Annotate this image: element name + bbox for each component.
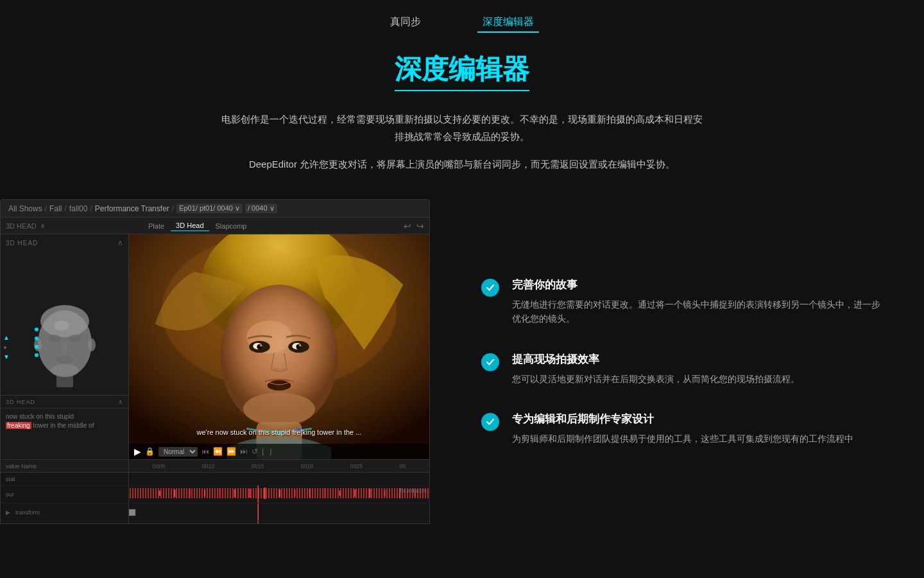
head-panel: 3D HEAD ∧ ▲ ● ▼ xyxy=(1,234,129,459)
script-highlight-word: freaking xyxy=(6,422,31,429)
script-label: 3D HEAD xyxy=(6,399,35,405)
svg-point-27 xyxy=(260,344,262,346)
svg-point-29 xyxy=(272,368,278,372)
feature-title-3: 专为编辑和后期制作专家设计 xyxy=(512,412,853,426)
arrow-up-icon[interactable]: ▲ xyxy=(3,334,10,341)
timeline-value-name: value Name xyxy=(1,460,129,472)
timeline-row-waveform: our foundation xyxy=(1,486,429,504)
lock-icon[interactable]: 🔒 xyxy=(145,447,155,456)
svg-point-11 xyxy=(35,337,38,340)
nav-item-deep-editor[interactable]: 深度编辑器 xyxy=(477,13,539,33)
timeline-tracks: stat our foundation xyxy=(1,473,429,523)
svg-rect-62 xyxy=(129,509,135,516)
frame-back-icon[interactable]: ⏮ xyxy=(201,447,209,456)
sep4: / xyxy=(172,204,174,213)
arrow-down-icon[interactable]: ▼ xyxy=(3,353,10,360)
arrow-mid-icon[interactable]: ● xyxy=(3,344,10,351)
svg-point-28 xyxy=(299,344,301,346)
checkmark-icon-3 xyxy=(486,417,495,426)
breadcrumb: All Shows / Fall / fall00 / Performance … xyxy=(1,200,429,218)
svg-rect-53 xyxy=(339,491,341,496)
breadcrumb-shot-dropdown[interactable]: / 0040 ∨ xyxy=(245,204,277,213)
svg-point-14 xyxy=(35,328,38,331)
svg-point-3 xyxy=(69,335,81,342)
panel-chevron-icon[interactable]: ∧ xyxy=(40,222,45,229)
title-section: 深度编辑器 电影创作是一个迭代过程，经常需要现场重新拍摄以支持必要的更改。不幸的… xyxy=(0,39,924,186)
feature-item-1: 完善你的故事 无缝地进行您需要的对话更改。通过将一个镜头中捕捉到的表演转移到另一… xyxy=(481,277,886,326)
toolbar-left: 3D HEAD ∧ xyxy=(6,222,134,230)
mark-in-icon[interactable]: ⌊ xyxy=(262,447,265,456)
svg-rect-46 xyxy=(234,489,235,497)
svg-rect-56 xyxy=(384,490,386,496)
undo-icon[interactable]: ↩ xyxy=(404,221,411,231)
tab-group: Plate 3D Head Slapcomp xyxy=(143,220,252,231)
breadcrumb-performance-transfer[interactable]: Performance Transfer xyxy=(95,204,169,213)
feature-icon-3 xyxy=(481,413,499,431)
timeline-ruler: 0005 0010 0015 0020 0025 00 xyxy=(129,460,429,472)
svg-rect-41 xyxy=(159,491,160,496)
panel-label: 3D HEAD xyxy=(6,222,37,230)
breadcrumb-ep-dropdown[interactable]: Ep01/ pt01/ 0040 ∨ xyxy=(176,204,243,213)
tab-3d-head[interactable]: 3D Head xyxy=(171,220,209,231)
editor-panel: All Shows / Fall / fall00 / Performance … xyxy=(0,199,430,524)
feature-text-3: 专为编辑和后期制作专家设计 为剪辑师和后期制作团队提供易于使用的工具，这些工具可… xyxy=(512,412,853,446)
svg-point-10 xyxy=(54,320,69,331)
loop-icon[interactable]: ↺ xyxy=(252,447,258,456)
timeline-header: value Name 0005 0010 0015 0020 0025 00 xyxy=(1,460,429,473)
features-panel: 完善你的故事 无缝地进行您需要的对话更改。通过将一个镜头中捕捉到的表演转移到另一… xyxy=(430,199,924,524)
timeline-row-transform: ▶ transform xyxy=(1,504,429,521)
waveform-svg xyxy=(129,486,429,503)
svg-point-5 xyxy=(56,356,74,363)
our-label: our xyxy=(6,491,14,498)
mode-select[interactable]: Normal xyxy=(158,447,198,457)
script-expand-icon[interactable]: ∧ xyxy=(118,398,123,405)
svg-rect-51 xyxy=(309,489,311,498)
tab-plate[interactable]: Plate xyxy=(143,220,169,231)
foundation-label: foundation xyxy=(400,487,427,494)
timeline-row-interpolation: Interpolation xyxy=(1,521,429,523)
feature-icon-2 xyxy=(481,353,499,371)
tab-slapcomp[interactable]: Slapcomp xyxy=(210,220,252,231)
sep3: / xyxy=(90,204,92,213)
svg-point-8 xyxy=(88,338,96,351)
video-subtitle: we're now stuck on this stupid fre|king … xyxy=(129,428,429,436)
ruler-mark-1: 0005 xyxy=(152,463,165,469)
step-end-icon[interactable]: ⏭ xyxy=(240,447,248,456)
stat-label: stat xyxy=(1,473,129,485)
step-forward-icon[interactable]: ⏩ xyxy=(227,447,236,456)
interpolation-svg xyxy=(129,521,429,523)
stat-content xyxy=(129,473,429,485)
svg-point-12 xyxy=(35,345,38,349)
transform-svg xyxy=(129,504,429,521)
sep1: / xyxy=(45,204,47,213)
breadcrumb-fall[interactable]: Fall xyxy=(49,204,62,213)
subtitle-1: 电影创作是一个迭代过程，经常需要现场重新拍摄以支持必要的更改。不幸的是，现场重新… xyxy=(218,110,706,145)
feature-item-2: 提高现场拍摄效率 您可以灵活地更新对话并在后期交换表演，从而简化您的现场拍摄流程… xyxy=(481,352,886,386)
svg-rect-4 xyxy=(62,342,67,354)
step-back-icon[interactable]: ⏪ xyxy=(213,447,223,456)
ruler-mark-4: 0020 xyxy=(300,463,313,469)
ruler-mark-3: 0015 xyxy=(251,463,264,469)
transform-label-text: transform xyxy=(15,509,40,516)
sep2: / xyxy=(64,204,66,213)
play-button[interactable]: ▶ xyxy=(134,446,141,457)
ruler-mark-2: 0010 xyxy=(201,463,214,469)
redo-icon[interactable]: ↪ xyxy=(416,221,424,231)
svg-rect-52 xyxy=(324,488,325,498)
svg-rect-54 xyxy=(354,489,355,497)
mark-out-icon[interactable]: ⌋ xyxy=(269,447,272,456)
nav-item-true-sync[interactable]: 真同步 xyxy=(385,13,426,33)
svg-point-30 xyxy=(280,368,286,372)
main-content: All Shows / Fall / fall00 / Performance … xyxy=(0,199,924,524)
svg-point-31 xyxy=(268,380,291,390)
timeline-row-stat: stat xyxy=(1,473,429,486)
breadcrumb-fall00[interactable]: fall00 xyxy=(69,204,88,213)
script-line-1: now stuck on this stupid xyxy=(6,412,123,421)
breadcrumb-all-shows[interactable]: All Shows xyxy=(8,204,42,213)
head-expand-icon[interactable]: ∧ xyxy=(117,238,123,247)
script-content: now stuck on this stupid freaking tower … xyxy=(1,408,128,434)
svg-point-2 xyxy=(48,335,61,342)
svg-rect-43 xyxy=(189,489,191,498)
svg-point-7 xyxy=(34,338,42,351)
head-panel-label: 3D HEAD xyxy=(6,240,38,247)
